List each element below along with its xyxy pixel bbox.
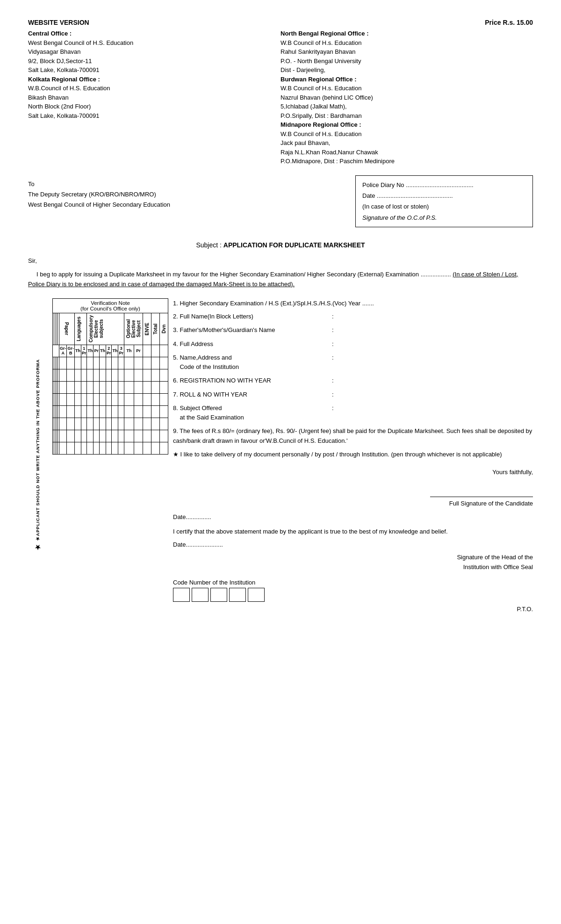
table-row — [53, 405, 168, 418]
kolkata-line3: North Block (2nd Floor) — [28, 103, 91, 110]
nb-line1: W.B Council of H.s. Education — [280, 39, 361, 46]
yours-faithfully: Yours faithfully, — [173, 469, 533, 476]
code-boxes — [173, 588, 533, 602]
certify-text: I certify that the above statement made … — [173, 527, 533, 536]
table-row — [53, 357, 168, 369]
website-version-label: WEBSITE VERSION — [28, 19, 270, 26]
to-section: To The Deputy Secretary (KRO/BRO/NBRO/MR… — [28, 179, 170, 210]
central-office-line1: West Bengal Council of H.S. Education — [28, 39, 133, 46]
table-row — [53, 442, 168, 454]
code-number-section: Code Number of the Institution — [173, 579, 533, 602]
field-3-label: 3. Father's/Mother's/Guardian's Name — [173, 325, 332, 335]
stolen-lost-text: In case of Stolen / Lost, Police Diary i… — [28, 271, 518, 288]
mp-line2: Jack paul Bhavan, — [280, 139, 330, 146]
field-7-label: 7. ROLL & NO WITH YEAR — [173, 390, 332, 399]
subject-line: Subject : APPLICATION FOR DUPLICATE MARK… — [28, 241, 533, 249]
form-field-7: 7. ROLL & NO WITH YEAR : — [173, 390, 533, 399]
price-label: Price R.s. 15.00 — [291, 19, 533, 26]
fees-text: 9. The fees of R.s 80/= (ordinary fee), … — [173, 426, 533, 446]
bw-line4: P.O.Sripally, Dist : Bardhaman — [280, 112, 362, 119]
code-box-3 — [210, 588, 227, 602]
sir-label: Sir, — [28, 256, 533, 266]
sir-paragraph: I beg to apply for issuing a Duplicate M… — [28, 270, 533, 289]
table-row — [53, 369, 168, 381]
field-2-label: 2. Full Name(In Block Letters) — [173, 312, 332, 321]
mp-line3: Raja N.L.Khan Road,Nanur Chawak — [280, 149, 378, 156]
table-row — [53, 393, 168, 405]
field-8-label: 8. Subject Offered at the Said Examinati… — [173, 404, 332, 422]
bw-line1: W.B Council of H.s. Education — [280, 85, 361, 92]
signature-area — [173, 490, 533, 498]
burdwan-title: Burdwan Regional Office : — [280, 76, 357, 83]
central-office-line3: 9/2, Block DJ,Sector-11 — [28, 58, 92, 65]
code-box-5 — [248, 588, 265, 602]
form-field-8: 8. Subject Offered at the Said Examinati… — [173, 404, 533, 422]
field-6-label: 6. REGISTRATION NO WITH YEAR — [173, 376, 332, 385]
field-4-label: 4. Full Address — [173, 339, 332, 349]
code-box-4 — [229, 588, 246, 602]
verification-table-area: ★ ★APPLICANT SHOULD NOT WRITE ANYTHING I… — [28, 298, 168, 612]
nb-line2: Rahul Sankrityayan Bhavan — [280, 48, 355, 55]
code-box-2 — [192, 588, 209, 602]
to-line2: West Bengal Council of Higher Secondary … — [28, 201, 170, 208]
form-field-6: 6. REGISTRATION NO WITH YEAR : — [173, 376, 533, 385]
table-row — [53, 430, 168, 442]
field-5-label: 5. Name,Address and Code of the Institut… — [173, 353, 332, 371]
bw-line2: Nazrul Bhavan (behind LIC Office) — [280, 94, 373, 101]
code-box-1 — [173, 588, 190, 602]
form-field-1: 1. Higher Secondary Examination / H.S (E… — [173, 298, 533, 309]
police-diary-line3: (In case of lost or stolen) — [362, 203, 429, 210]
form-field-2: 2. Full Name(In Block Letters) : — [173, 312, 533, 321]
head-of-institution-sig: Signature of the Head of the Institution… — [173, 553, 533, 572]
form-field-3: 3. Father's/Mother's/Guardian's Name : — [173, 325, 533, 335]
police-diary-line4: Signature of the O.C.of P.S. — [362, 214, 437, 221]
verification-note: Verification Note (for Council's Office … — [52, 298, 168, 313]
pto-label: P.T.O. — [173, 606, 533, 613]
date-line-1: Date............... — [173, 513, 533, 520]
left-offices: Central Office : West Bengal Council of … — [28, 29, 270, 166]
form-field-4: 4. Full Address : — [173, 339, 533, 349]
to-label: To — [28, 180, 35, 188]
bw-line3: 5,Ichlabad (Jalkal Math), — [280, 103, 347, 110]
form-fields-area: 1. Higher Secondary Examination / H.S (E… — [173, 298, 533, 612]
field-1-label: Higher Secondary Examination / H.S (Ext.… — [180, 300, 374, 307]
full-signature-label: Full Signature of the Candidate — [173, 500, 533, 507]
police-diary-line1: Police Diary No ........................… — [362, 181, 474, 188]
subject-text: APPLICATION FOR DUPLICATE MARKSHEET — [223, 241, 365, 249]
police-diary-line2: Date ...................................… — [362, 192, 453, 199]
table-row — [53, 418, 168, 430]
star-delivery-text: ★ I like to take delivery of my document… — [173, 450, 533, 460]
date-line-2: Date...................... — [173, 541, 533, 548]
kolkata-line2: Bikash Bhavan — [28, 94, 69, 101]
kolkata-line4: Salt Lake, Kolkata-700091 — [28, 112, 100, 119]
mp-line1: W.B Council of H.s. Education — [280, 130, 361, 137]
nb-line4: Dist - Darjeeling, — [280, 66, 325, 73]
midnapore-title: Midnapore Regional Office : — [280, 121, 361, 128]
right-offices: North Bengal Regional Office : W.B Counc… — [280, 29, 523, 166]
central-office-line4: Salt Lake, Kolkata-700091 — [28, 66, 100, 73]
kolkata-line1: W.B.Council of H.S. Education — [28, 85, 110, 92]
central-office-line2: Vidyasagar Bhavan — [28, 48, 81, 55]
north-bengal-title: North Bengal Regional Office : — [280, 30, 369, 37]
page: WEBSITE VERSION Price R.s. 15.00 Central… — [28, 19, 533, 613]
nb-line3: P.O. - North Bengal University — [280, 58, 361, 65]
verification-grid: Paper Languages Compulsory Elective subj… — [52, 313, 168, 454]
mp-line4: P.O.Midnapore, Dist : Paschim Medinipore — [280, 158, 395, 165]
applicant-watermark-label: ★ ★APPLICANT SHOULD NOT WRITE ANYTHING I… — [28, 298, 48, 612]
central-office-title: Central Office : — [28, 30, 72, 37]
kolkata-office-title: Kolkata Regional Office : — [28, 76, 100, 83]
police-diary-box: Police Diary No ........................… — [355, 175, 533, 228]
sig-underline — [430, 490, 533, 497]
table-row — [53, 381, 168, 393]
to-line1: The Deputy Secretary (KRO/BRO/NBRO/MRO) — [28, 191, 156, 198]
form-field-5: 5. Name,Address and Code of the Institut… — [173, 353, 533, 371]
field-1-number: 1. — [173, 300, 180, 307]
